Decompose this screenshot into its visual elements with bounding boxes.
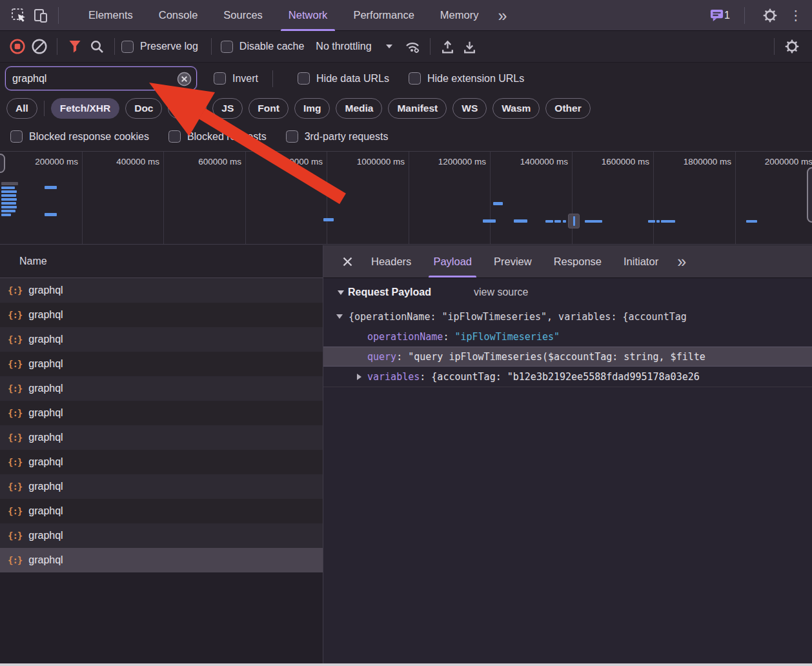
payload-row[interactable]: variables: {accountTag: "b12e3b2192ee558… [323,367,812,387]
more-tabs-button[interactable]: » [491,0,513,31]
waterfall-bar [514,219,527,223]
fetch-xhr-icon: {:} [8,506,22,516]
invert-filter-checkbox[interactable]: Invert [214,72,258,85]
filter-chip-all[interactable]: All [6,98,37,119]
detail-tab-headers[interactable]: Headers [360,245,422,278]
timeline-gridline [82,152,83,244]
table-row[interactable]: {:}graphql [0,548,323,572]
detail-tab-response[interactable]: Response [543,245,613,278]
table-row[interactable]: {:}graphql [0,278,323,303]
export-har-button[interactable] [459,35,481,57]
waterfall-selected-tick[interactable] [568,214,580,228]
blocked-response-cookies-checkbox[interactable]: Blocked response cookies [10,130,149,143]
settings-button[interactable] [759,5,781,26]
inspect-element-button[interactable] [8,5,30,26]
disable-cache-checkbox[interactable]: Disable cache [221,41,305,53]
filter-chip-fetch-xhr[interactable]: Fetch/XHR [51,98,119,119]
filter-chip-js[interactable]: JS [212,98,243,119]
timeline-label: 800000 ms [249,157,323,166]
view-source-link[interactable]: view source [474,287,528,298]
detail-tab-initiator[interactable]: Initiator [613,245,669,278]
clear-network-log-button[interactable] [28,35,50,57]
preserve-log-checkbox[interactable]: Preserve log [121,41,198,53]
timeline-label: 1600000 ms [576,157,649,166]
tree-collapse-icon[interactable] [336,314,343,319]
tab-memory[interactable]: Memory [427,0,492,31]
table-row[interactable]: {:}graphql [0,376,323,401]
tab-elements[interactable]: Elements [76,0,146,31]
tree-expand-icon[interactable] [357,374,361,380]
overview-right-scrollbar[interactable] [807,167,812,223]
tab-network[interactable]: Network [276,0,341,31]
detail-tab-payload[interactable]: Payload [422,245,483,278]
filter-toggle-button[interactable] [64,35,86,57]
column-header-name[interactable]: Name [0,245,323,278]
hide-data-urls-checkbox[interactable]: Hide data URLs [298,72,389,85]
filter-chip-manifest[interactable]: Manifest [388,98,447,119]
table-row[interactable]: {:}graphql [0,499,323,523]
section-collapse-icon[interactable] [338,290,344,295]
table-row[interactable]: {:}graphql [0,523,323,548]
waterfall-bar [1,182,18,185]
table-row[interactable]: {:}graphql [0,401,323,425]
blocked-requests-checkbox[interactable]: Blocked requests [168,130,267,143]
request-list-empty-area [0,572,323,663]
record-network-log-button[interactable] [6,35,28,57]
more-options-button[interactable]: ⋮ [789,5,803,26]
checkbox-box [221,41,233,53]
network-settings-button[interactable] [781,35,803,57]
network-toolbar: Preserve log Disable cache No throttling [0,31,812,63]
waterfall-bar [1,194,16,197]
device-toolbar-button[interactable] [30,5,52,26]
detail-tabs: HeadersPayloadPreviewResponseInitiator [360,245,669,278]
payload-row[interactable]: operationName: "ipFlowTimeseries" [323,327,812,347]
request-name: graphql [28,481,63,492]
filter-chip-media[interactable]: Media [336,98,382,119]
checkbox-label: 3rd-party requests [305,131,389,143]
filter-chip-doc[interactable]: Doc [125,98,162,119]
throttling-dropdown[interactable]: No throttling [316,41,392,52]
hide-extension-urls-checkbox[interactable]: Hide extension URLs [409,72,524,85]
timeline-label: 1400000 ms [494,157,568,166]
close-detail-button[interactable] [335,245,360,278]
table-row[interactable]: {:}graphql [0,352,323,376]
request-name: graphql [28,358,63,370]
filter-chip-other[interactable]: Other [545,98,590,119]
tab-console[interactable]: Console [146,0,211,31]
resource-chips-row: AllFetch/XHRDocCSSJSFontImgMediaManifest… [0,94,812,122]
device-toolbar-icon [32,7,49,24]
code-text: variables [367,371,420,383]
timeline-label: 1800000 ms [658,157,731,166]
network-conditions-button[interactable] [401,35,423,57]
3rd-party-requests-checkbox[interactable]: 3rd-party requests [286,130,389,143]
filter-chip-img[interactable]: Img [294,98,330,119]
filter-chip-wasm[interactable]: Wasm [492,98,540,119]
clear-filter-button[interactable] [177,72,192,86]
import-har-button[interactable] [437,35,459,57]
overview-timeline[interactable]: 200000 ms400000 ms600000 ms800000 ms1000… [0,151,812,245]
table-row[interactable]: {:}graphql [0,474,323,499]
filter-chip-ws[interactable]: WS [452,98,487,119]
issues-button[interactable]: 1 [709,5,730,26]
table-row[interactable]: {:}graphql [0,450,323,474]
filter-input[interactable] [6,73,196,85]
waterfall-bar [656,220,660,223]
code-text: : [443,331,454,343]
tab-performance[interactable]: Performance [340,0,427,31]
payload-row[interactable]: query: "query ipFlowTimeseries($accountT… [323,347,812,367]
request-name: graphql [28,505,63,517]
table-row[interactable]: {:}graphql [0,327,323,352]
top-right-controls: 1 [709,5,803,26]
search-network-button[interactable] [86,35,108,57]
timeline-gridline [409,152,409,244]
filter-chip-font[interactable]: Font [249,98,289,119]
filter-chip-css[interactable]: CSS [168,98,207,119]
table-row[interactable]: {:}graphql [0,425,323,450]
more-detail-tabs-button[interactable]: » [669,245,694,278]
throttling-value: No throttling [316,41,371,52]
filter-input-box [5,66,197,90]
tab-sources[interactable]: Sources [210,0,276,31]
payload-row[interactable]: {operationName: "ipFlowTimeseries", vari… [323,307,812,327]
table-row[interactable]: {:}graphql [0,303,323,327]
detail-tab-preview[interactable]: Preview [483,245,543,278]
